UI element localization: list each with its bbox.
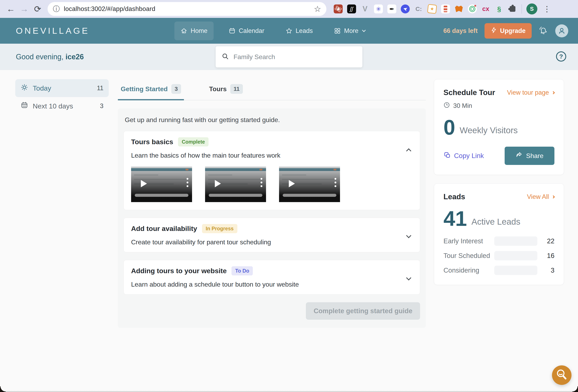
- leads-card: Leads View All 41 Active Leads Early Int…: [434, 183, 564, 285]
- browser-profile-avatar[interactable]: S: [526, 3, 537, 14]
- svg-text:?: ?: [559, 53, 563, 60]
- tab-getting-started[interactable]: Getting Started 3: [118, 81, 184, 100]
- app-header: ONEVILLAGE Home Calendar: [0, 18, 578, 44]
- help-icon[interactable]: ?: [556, 51, 567, 63]
- back-icon[interactable]: ←: [4, 4, 17, 14]
- video-menu-icon[interactable]: [335, 178, 336, 187]
- browser-toolbar: ← → ⟳ ⓘ localhost:3002/#/app/dashboard ☆…: [0, 0, 578, 18]
- forward-icon[interactable]: →: [17, 4, 31, 14]
- nav-item-home[interactable]: Home: [174, 22, 214, 40]
- nav-item-calendar[interactable]: Calendar: [223, 22, 271, 40]
- url-text[interactable]: localhost:3002/#/app/dashboard: [64, 5, 314, 13]
- copy-link-button[interactable]: Copy Link: [443, 151, 484, 160]
- star-icon: [286, 27, 292, 34]
- status-badge-todo: To Do: [232, 266, 253, 275]
- tutorial-video-thumbnail[interactable]: [131, 167, 192, 202]
- site-info-icon[interactable]: ⓘ: [53, 4, 60, 14]
- sidebar-item-label: Today: [33, 84, 51, 92]
- chat-launcher-button[interactable]: [552, 365, 572, 385]
- spiral-extension-icon[interactable]: §: [495, 4, 504, 13]
- ink-extension-icon[interactable]: ʃʃ: [347, 4, 356, 13]
- sidebar-item-today[interactable]: Today 11: [15, 79, 109, 97]
- sidebar-item-label: Next 10 days: [33, 102, 73, 110]
- tab-tours[interactable]: Tours 11: [206, 81, 246, 100]
- lead-stage-bar: [494, 251, 537, 261]
- lead-stage-value: 16: [537, 252, 554, 260]
- grid-icon: [334, 27, 341, 34]
- tutorial-video-thumbnail[interactable]: [279, 167, 340, 202]
- active-leads-label: Active Leads: [472, 217, 520, 227]
- screen-edge-shade: [0, 391, 578, 392]
- nav-item-leads[interactable]: Leads: [280, 22, 319, 40]
- eyedropper-extension-icon[interactable]: ✒: [387, 4, 396, 13]
- video-progress-bar[interactable]: [209, 194, 262, 197]
- lead-stage-label: Early Interest: [443, 237, 494, 245]
- play-icon[interactable]: [215, 180, 221, 187]
- play-icon[interactable]: [141, 180, 147, 187]
- weekly-visitors-value: 0: [443, 119, 455, 136]
- family-search-input[interactable]: [234, 53, 356, 61]
- family-search-box[interactable]: [216, 46, 362, 67]
- browser-menu-icon[interactable]: ⋮: [543, 4, 551, 13]
- metamask-extension-icon[interactable]: [454, 4, 463, 13]
- complete-guide-button[interactable]: Complete getting started guide: [306, 302, 420, 320]
- lead-stage-label: Considering: [443, 266, 494, 274]
- ticket-extension-icon[interactable]: ★: [427, 4, 437, 14]
- weekly-visitors-label: Weekly Visitors: [460, 126, 518, 136]
- view-tour-page-link[interactable]: View tour page: [507, 89, 554, 96]
- video-menu-icon[interactable]: [261, 178, 262, 187]
- tutorial-videos: [131, 167, 413, 202]
- view-all-leads-link[interactable]: View All: [527, 193, 554, 200]
- lead-stage-value: 22: [537, 237, 554, 245]
- video-progress-bar[interactable]: [135, 194, 189, 197]
- app-logo[interactable]: ONEVILLAGE: [16, 26, 90, 36]
- share-button[interactable]: Share: [505, 147, 554, 165]
- react-extension-icon[interactable]: [334, 4, 343, 13]
- target-extension-icon[interactable]: [468, 4, 477, 13]
- guide-intro-text: Get up and running fast with our getting…: [125, 116, 419, 124]
- active-leads-value: 41: [443, 210, 467, 227]
- search-smile-icon: [555, 368, 569, 382]
- lead-stage-bar: [494, 266, 537, 275]
- chevron-right-icon: [552, 91, 555, 94]
- reload-icon[interactable]: ⟳: [31, 4, 44, 14]
- notifications-bell-icon[interactable]: [538, 26, 548, 36]
- starburst-extension-icon[interactable]: ✳: [374, 4, 383, 13]
- lead-stage-label: Tour Scheduled: [443, 252, 494, 260]
- user-avatar[interactable]: [555, 24, 568, 37]
- main-content: Today 11 Next 10 days 3 Getting Started: [0, 70, 578, 392]
- sidebar-item-count: 11: [97, 85, 103, 92]
- greeting-text: Good evening, ice26: [16, 53, 84, 61]
- expand-chevron-icon[interactable]: [406, 275, 411, 280]
- extensions-row: ʃʃ V ✳ ✒ ➤ C: ★ cx § S ⋮: [334, 3, 551, 14]
- v-extension-icon[interactable]: V: [361, 4, 370, 13]
- bookmark-star-icon[interactable]: ☆: [314, 4, 321, 14]
- c-colon-extension-icon[interactable]: C:: [414, 4, 423, 13]
- nav-label: Leads: [296, 27, 313, 35]
- url-bar[interactable]: ⓘ localhost:3002/#/app/dashboard ☆: [48, 2, 326, 16]
- lead-stage-row: Considering 3: [443, 266, 554, 275]
- guide-card-description: Create tour availability for parent tour…: [131, 238, 413, 246]
- toolbar-separator: [522, 4, 522, 14]
- tabs-bar: Getting Started 3 Tours 11: [118, 81, 426, 100]
- lead-stage-row: Early Interest 22: [443, 236, 554, 246]
- leads-breakdown: Early Interest 22 Tour Scheduled 16 Cons…: [443, 236, 554, 275]
- cx-extension-icon[interactable]: cx: [481, 4, 490, 13]
- extensions-puzzle-icon[interactable]: [508, 4, 517, 13]
- lighthouse-extension-icon[interactable]: [441, 4, 450, 13]
- expand-chevron-icon[interactable]: [406, 233, 411, 238]
- guide-card-title: Tours basics: [131, 138, 173, 146]
- upgrade-button[interactable]: Upgrade: [484, 23, 532, 39]
- video-menu-icon[interactable]: [187, 178, 189, 187]
- guide-card-tours-basics: Tours basics Complete Learn the basics o…: [124, 131, 420, 210]
- share-icon: [516, 152, 523, 160]
- tutorial-video-thumbnail[interactable]: [205, 167, 266, 202]
- navigator-extension-icon[interactable]: ➤: [401, 4, 410, 13]
- sidebar-item-next-10-days[interactable]: Next 10 days 3: [15, 97, 109, 115]
- play-icon[interactable]: [289, 180, 295, 187]
- nav-item-more[interactable]: More: [328, 22, 371, 40]
- date-sidebar: Today 11 Next 10 days 3: [15, 79, 109, 115]
- sidebar-item-count: 3: [100, 102, 103, 110]
- video-progress-bar[interactable]: [283, 194, 336, 197]
- greeting-username: ice26: [65, 53, 84, 61]
